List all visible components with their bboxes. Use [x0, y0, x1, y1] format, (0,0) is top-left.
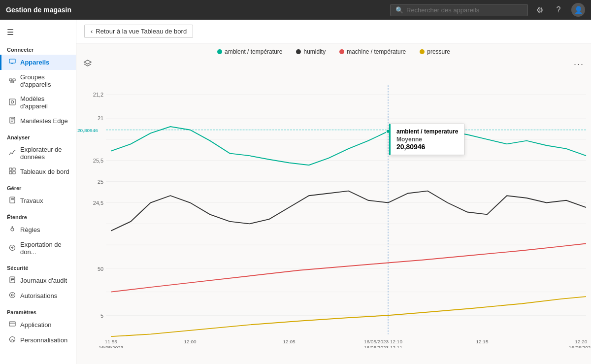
- svg-rect-27: [9, 322, 15, 326]
- personnalisation-icon: [8, 336, 16, 344]
- sidebar-label-travaux: Travaux: [20, 197, 43, 204]
- explorateur-icon: [8, 149, 16, 158]
- modeles-icon: [8, 99, 16, 107]
- tooltip-label: Moyenne: [396, 136, 458, 143]
- more-options-button[interactable]: ···: [574, 59, 584, 69]
- legend-dot-humidity: [296, 49, 301, 54]
- section-analyser: Analyser: [0, 129, 76, 142]
- svg-text:5: 5: [100, 313, 103, 319]
- sidebar-label-application: Application: [20, 321, 52, 329]
- chart-tooltip: ambient / temperature Moyenne 20,80946: [389, 124, 464, 155]
- manifestes-icon: [8, 117, 16, 125]
- svg-rect-12: [13, 168, 15, 170]
- svg-text:12:15: 12:15: [476, 339, 489, 345]
- breadcrumb-bar: ‹ Retour à la vue Tableau de bord: [76, 20, 591, 43]
- search-input[interactable]: [406, 6, 523, 14]
- svg-text:11:55: 11:55: [105, 339, 118, 345]
- hamburger-button[interactable]: ☰: [0, 24, 76, 41]
- sidebar-item-journaux[interactable]: Journaux d'audit: [0, 273, 76, 288]
- user-icon[interactable]: 👤: [571, 3, 585, 17]
- tooltip-title: ambient / temperature: [396, 128, 458, 135]
- back-label: Retour à la vue Tableau de bord: [96, 28, 187, 35]
- app-title: Gestion de magasin: [6, 6, 390, 14]
- journaux-icon: [8, 276, 16, 285]
- main-content: ‹ Retour à la vue Tableau de bord ambien…: [76, 20, 591, 364]
- sidebar-label-regles: Règles: [20, 226, 40, 233]
- svg-point-26: [11, 294, 13, 296]
- svg-rect-0: [9, 59, 15, 63]
- legend-label-ambient: ambient / température: [225, 48, 282, 55]
- sidebar-label-modeles: Modèles d'appareil: [20, 95, 71, 110]
- sidebar-item-autorisations[interactable]: Autorisations: [0, 288, 76, 303]
- sidebar-item-regles[interactable]: Règles: [0, 222, 76, 237]
- autorisations-icon: [8, 292, 16, 300]
- section-connecter: Connecter: [0, 41, 76, 55]
- back-chevron-icon: ‹: [91, 28, 93, 35]
- svg-point-18: [11, 228, 14, 231]
- regles-icon: [8, 226, 16, 234]
- legend-machine-temp: machine / température: [339, 48, 406, 55]
- sidebar-label-autorisations: Autorisations: [20, 292, 57, 299]
- svg-text:21,2: 21,2: [93, 92, 104, 98]
- travaux-icon: [8, 197, 16, 205]
- svg-text:16/05/2023 12:10: 16/05/2023 12:10: [364, 339, 403, 345]
- application-icon: [8, 321, 16, 329]
- search-bar[interactable]: 🔍: [390, 4, 528, 16]
- sidebar-item-explorateur[interactable]: Explorateur de données: [0, 142, 76, 164]
- svg-text:20,80946: 20,80946: [77, 128, 98, 133]
- svg-text:16/05/2023: 16/05/2023: [98, 345, 124, 348]
- topbar-icons: ⚙ ? 👤: [534, 3, 585, 17]
- sidebar-item-application[interactable]: Application: [0, 317, 76, 332]
- svg-text:16/05/2023: 16/05/2023: [569, 345, 591, 348]
- layers-button[interactable]: [83, 59, 92, 70]
- chart-wrapper: ··· 21: [76, 57, 591, 348]
- help-icon[interactable]: ?: [553, 4, 564, 16]
- sidebar-label-explorateur: Explorateur de données: [20, 146, 71, 161]
- svg-rect-3: [13, 79, 15, 81]
- sidebar-label-manifestes: Manifestes Edge: [20, 117, 68, 125]
- svg-text:12:20: 12:20: [575, 339, 588, 345]
- groupes-icon: [8, 77, 16, 85]
- back-button[interactable]: ‹ Retour à la vue Tableau de bord: [84, 25, 193, 38]
- legend-pressure: pressure: [420, 48, 450, 55]
- sidebar-item-appareils[interactable]: Appareils: [0, 55, 76, 70]
- legend-dot-machine: [339, 49, 344, 54]
- sidebar-label-journaux: Journaux d'audit: [20, 277, 67, 284]
- sidebar: ☰ Connecter Appareils Groupes d'appareil…: [0, 20, 76, 364]
- section-securite: Sécurité: [0, 259, 76, 273]
- svg-text:12:00: 12:00: [184, 339, 197, 345]
- svg-rect-14: [13, 171, 15, 174]
- svg-rect-2: [9, 79, 12, 81]
- svg-text:50: 50: [98, 266, 103, 272]
- svg-point-25: [10, 293, 15, 298]
- legend-humidity: humidity: [296, 48, 326, 55]
- section-etendre: Étendre: [0, 208, 76, 222]
- chart-toolbar-right: ···: [574, 59, 584, 69]
- chart-toolbar-left: [83, 59, 92, 70]
- section-parametres: Paramètres: [0, 303, 76, 317]
- sidebar-item-groupes[interactable]: Groupes d'appareils: [0, 70, 76, 92]
- appareils-icon: [8, 58, 16, 66]
- legend-ambient-temp: ambient / température: [217, 48, 282, 55]
- svg-point-6: [11, 100, 14, 103]
- svg-rect-5: [9, 99, 15, 105]
- svg-text:25: 25: [98, 179, 103, 185]
- chart-svg: 21,2 21 25,5 25 24,5 50 5: [76, 57, 591, 348]
- legend-dot-pressure: [420, 49, 425, 54]
- svg-text:21: 21: [98, 115, 103, 121]
- chart-area: ambient / température humidity machine /…: [76, 43, 591, 364]
- sidebar-item-modeles[interactable]: Modèles d'appareil: [0, 92, 76, 113]
- settings-icon[interactable]: ⚙: [534, 4, 546, 16]
- sidebar-label-exportation: Exportation de don...: [20, 241, 71, 256]
- legend-label-machine: machine / température: [347, 48, 406, 55]
- sidebar-item-manifestes[interactable]: Manifestes Edge: [0, 113, 76, 129]
- sidebar-item-personnalisation[interactable]: Personnalisation: [0, 332, 76, 348]
- sidebar-item-tableaux[interactable]: Tableaux de bord: [0, 164, 76, 179]
- topbar: Gestion de magasin 🔍 ⚙ ? 👤: [0, 0, 591, 20]
- sidebar-item-travaux[interactable]: Travaux: [0, 193, 76, 208]
- svg-marker-30: [84, 60, 91, 64]
- sidebar-item-exportation[interactable]: Exportation de don...: [0, 237, 76, 259]
- svg-text:24,5: 24,5: [93, 200, 104, 206]
- svg-text:16/05/2023 12:11: 16/05/2023 12:11: [364, 345, 402, 348]
- svg-text:25,5: 25,5: [93, 158, 104, 164]
